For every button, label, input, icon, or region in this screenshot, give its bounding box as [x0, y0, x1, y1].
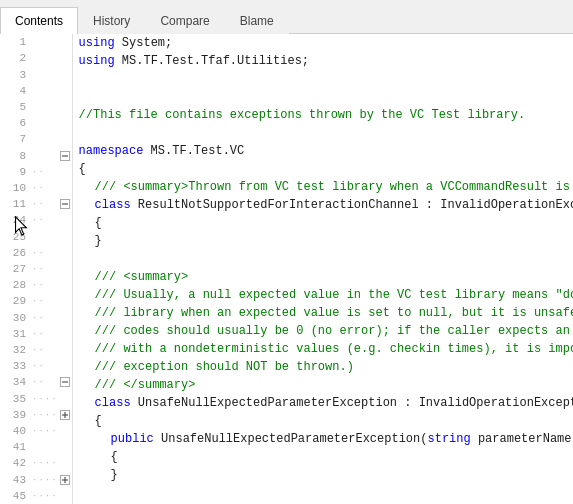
- line-row: 28··: [0, 277, 72, 293]
- code-line: }: [79, 232, 573, 250]
- indent-dots: ··: [30, 199, 58, 209]
- line-number: 45: [0, 490, 30, 502]
- code-text: /// with a nondeterministic values (e.g.…: [95, 342, 573, 356]
- line-number: 39: [0, 409, 30, 421]
- line-row: 4: [0, 83, 72, 99]
- line-row: 7: [0, 131, 72, 147]
- indent-dots: ··: [30, 248, 58, 258]
- code-text: /// Usually, a null expected value in th…: [95, 288, 573, 302]
- code-line: {: [79, 160, 573, 178]
- line-number: 8: [0, 150, 30, 162]
- line-number: 11: [0, 198, 30, 210]
- collapse-button[interactable]: [58, 149, 72, 163]
- indent-dots: ····: [30, 491, 58, 501]
- code-text: {: [111, 450, 118, 464]
- tab-compare[interactable]: Compare: [145, 7, 224, 34]
- line-number: 1: [0, 36, 30, 48]
- line-row: 39····: [0, 407, 72, 423]
- code-line: public UnsafeNullExpectedParameterExcept…: [79, 430, 573, 448]
- line-number: 43: [0, 474, 30, 486]
- line-number-gutter: 123456789··10··11··24··2526··27··28··29·…: [0, 34, 73, 504]
- indent-dots: ··: [30, 313, 58, 323]
- line-row: 34··: [0, 374, 72, 390]
- code-line: class ResultNotSupportedForInteractionCh…: [79, 196, 573, 214]
- line-number: 32: [0, 344, 30, 356]
- line-number: 34: [0, 376, 30, 388]
- collapse-button[interactable]: [58, 197, 72, 211]
- line-row: 33··: [0, 358, 72, 374]
- line-row: 45····: [0, 488, 72, 504]
- indent-dots: ····: [30, 475, 58, 485]
- indent-dots: ··: [30, 296, 58, 306]
- tab-blame[interactable]: Blame: [225, 7, 289, 34]
- code-line: /// codes should usually be 0 (no error)…: [79, 322, 573, 340]
- indent-dots: ····: [30, 426, 58, 436]
- line-row: 8: [0, 147, 72, 163]
- comment-span: //This file contains exceptions thrown b…: [79, 108, 525, 122]
- line-number: 6: [0, 117, 30, 129]
- comment-span: /// library when an expected value is se…: [95, 306, 573, 320]
- comment-span: /// <summary>: [95, 270, 189, 284]
- tab-contents[interactable]: Contents: [0, 7, 78, 34]
- line-number: 25: [0, 231, 30, 243]
- code-line: using System;: [79, 34, 573, 52]
- indent-dots: ··: [30, 215, 58, 225]
- keyword-span: class: [95, 198, 131, 212]
- code-line: }: [79, 466, 573, 484]
- indent-dots: ····: [30, 458, 58, 468]
- line-number: 35: [0, 393, 30, 405]
- line-number: 24: [0, 214, 30, 226]
- keyword-span: namespace: [79, 144, 144, 158]
- expand-button[interactable]: [58, 408, 72, 422]
- code-text: {: [79, 162, 86, 176]
- expand-button[interactable]: [58, 473, 72, 487]
- keyword-span: class: [95, 396, 131, 410]
- line-row: 26··: [0, 245, 72, 261]
- line-row: 31··: [0, 326, 72, 342]
- code-line: [79, 70, 573, 88]
- line-number: 2: [0, 52, 30, 64]
- indent-dots: ··: [30, 329, 58, 339]
- line-row: 5: [0, 99, 72, 115]
- code-line: /// </summary>: [79, 376, 573, 394]
- comment-span: /// exception should NOT be thrown.): [95, 360, 354, 374]
- line-number: 10: [0, 182, 30, 194]
- line-number: 33: [0, 360, 30, 372]
- line-row: 6: [0, 115, 72, 131]
- code-line: {: [79, 448, 573, 466]
- line-row: 1: [0, 34, 72, 50]
- code-text: /// exception should NOT be thrown.): [95, 360, 354, 374]
- code-text: /// codes should usually be 0 (no error)…: [95, 324, 573, 338]
- indent-dots: ····: [30, 394, 58, 404]
- indent-dots: ··: [30, 345, 58, 355]
- keyword-span: using: [79, 54, 115, 68]
- line-number: 7: [0, 133, 30, 145]
- code-line: {: [79, 412, 573, 430]
- line-number: 9: [0, 166, 30, 178]
- line-number: 4: [0, 85, 30, 97]
- line-row: 9··: [0, 164, 72, 180]
- code-text: /// <summary>: [95, 270, 189, 284]
- code-text: public UnsafeNullExpectedParameterExcept…: [111, 432, 573, 446]
- line-number: 28: [0, 279, 30, 291]
- code-line: /// <summary>Thrown from VC test library…: [79, 178, 573, 196]
- code-line: /// Usually, a null expected value in th…: [79, 286, 573, 304]
- line-number: 31: [0, 328, 30, 340]
- comment-span: /// with a nondeterministic values (e.g.…: [95, 342, 573, 356]
- code-line: //This file contains exceptions thrown b…: [79, 106, 573, 124]
- code-text: /// </summary>: [95, 378, 196, 392]
- code-text: /// <summary>Thrown from VC test library…: [95, 180, 573, 194]
- line-number: 42: [0, 457, 30, 469]
- code-text: class UnsafeNullExpectedParameterExcepti…: [95, 396, 573, 410]
- indent-dots: ··: [30, 183, 58, 193]
- line-row: 43····: [0, 471, 72, 487]
- line-number: 5: [0, 101, 30, 113]
- keyword-span: string: [427, 432, 470, 446]
- tab-history[interactable]: History: [78, 7, 145, 34]
- line-row: 41: [0, 439, 72, 455]
- comment-span: /// codes should usually be 0 (no error)…: [95, 324, 573, 338]
- code-text: }: [95, 234, 102, 248]
- code-line: class UnsafeNullExpectedParameterExcepti…: [79, 394, 573, 412]
- line-row: 10··: [0, 180, 72, 196]
- collapse-button[interactable]: [58, 375, 72, 389]
